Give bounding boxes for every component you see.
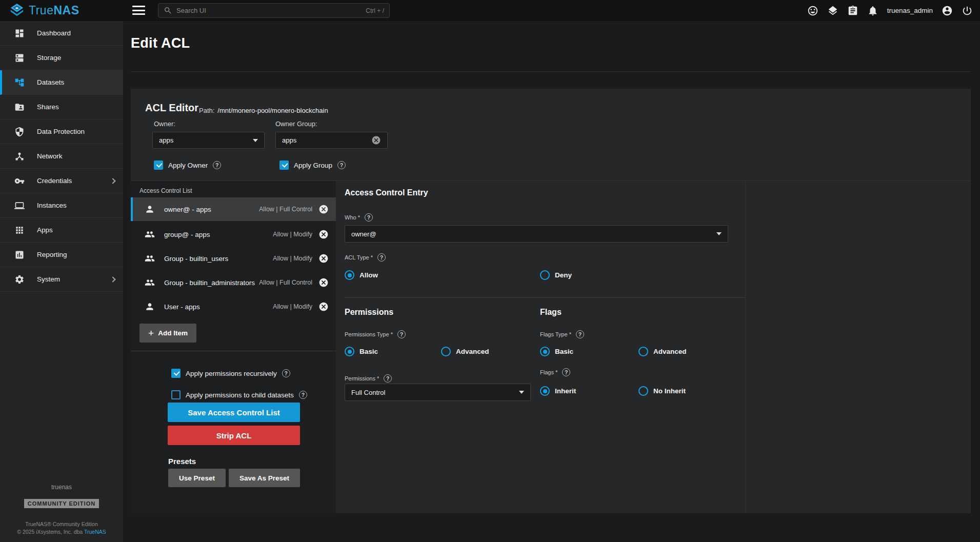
delete-entry-icon[interactable] [318,253,329,264]
chevron-down-icon [519,391,524,394]
dataset-path: Path:/mnt/monero-pool/monero-blockchain [199,107,328,114]
radio-icon [540,347,550,356]
search-shortcut-hint: Ctrl + / [366,7,384,14]
help-icon[interactable]: ? [377,253,386,262]
save-as-preset-button[interactable]: Save As Preset [229,469,300,487]
acl-list-panel: Access Control List owner@ - apps Allow … [131,181,336,513]
sidebar-item-dashboard[interactable]: Dashboard [0,21,123,46]
delete-entry-icon[interactable] [318,277,329,288]
ace-divider [345,297,745,298]
apply-recursively-checkbox[interactable] [171,369,181,378]
acl-entry-who: group@ - apps [164,231,210,238]
acl-entry-summary: Allow | Modify [273,255,312,262]
help-icon[interactable]: ? [562,368,570,376]
sidebar-item-network[interactable]: Network [0,144,123,169]
help-icon[interactable]: ? [365,213,373,222]
sidebar-item-apps[interactable]: Apps [0,218,123,243]
ace-right-divider [745,181,746,513]
add-item-button[interactable]: + Add Item [139,324,196,343]
use-preset-button[interactable]: Use Preset [168,469,226,487]
apply-to-children-row: Apply permissions to child datasets ? [171,390,307,399]
sidebar-footer: truenas COMMUNITY EDITION TrueNAS® Commu… [0,484,123,536]
strip-acl-button[interactable]: Strip ACL [168,426,300,445]
sidebar-item-shares[interactable]: Shares [0,95,123,119]
sidebar-item-datasets[interactable]: Datasets [0,70,123,95]
permissions-type-basic-radio[interactable]: Basic [345,347,378,356]
acl-entry-row[interactable]: Group - builtin_users Allow | Modify [131,247,336,270]
help-icon[interactable]: ? [397,330,406,338]
clear-input-icon[interactable] [371,135,381,145]
global-search[interactable]: Ctrl + / [158,3,390,18]
chevron-right-icon [110,276,115,282]
apply-owner-checkbox[interactable] [154,160,163,170]
search-input[interactable] [176,7,366,14]
help-icon[interactable]: ? [576,330,584,338]
help-icon[interactable]: ? [213,161,221,169]
sidebar-item-label: Shares [37,103,59,111]
acl-entry-row[interactable]: owner@ - apps Allow | Full Control [131,197,336,221]
sidebar-toggle-hamburger-icon[interactable] [132,6,145,15]
flags-inherit-radio[interactable]: Inherit [540,386,576,396]
truenas-logo[interactable]: TrueNAS [9,3,79,18]
help-icon[interactable]: ? [299,391,307,399]
sidebar-item-data-protection[interactable]: Data Protection [0,119,123,144]
delete-entry-icon[interactable] [318,229,329,239]
acl-entry-row[interactable]: Group - builtin_administrators Allow | F… [131,271,336,294]
person-icon [145,302,155,312]
apps-grid-icon [14,225,25,235]
help-icon[interactable]: ? [282,369,290,377]
sidebar-item-instances[interactable]: Instances [0,193,123,218]
group-icon [145,277,155,288]
main-content: Edit ACL ACL Editor Path:/mnt/monero-poo… [123,21,980,542]
acl-entry-row[interactable]: group@ - apps Allow | Modify [131,223,336,246]
sidebar-item-credentials[interactable]: Credentials [0,169,123,193]
acl-entry-row[interactable]: User - apps Allow | Modify [131,295,336,318]
gear-icon [14,274,25,285]
footer-truenas-link[interactable]: TrueNAS [84,529,106,535]
flags-type-basic-radio[interactable]: Basic [540,347,573,356]
sidebar-item-system[interactable]: System [0,267,123,292]
user-avatar-icon[interactable] [942,5,953,16]
help-icon[interactable]: ? [384,374,392,383]
apply-group-checkbox[interactable] [279,160,289,170]
storage-icon [14,53,25,63]
feedback-smiley-icon[interactable] [807,5,818,16]
permissions-title: Permissions [345,308,393,317]
footer-copyright-line: © 2025 iXsystems, Inc. dba TrueNAS [0,528,123,536]
save-acl-button[interactable]: Save Access Control List [168,403,300,422]
acl-entry-summary: Allow | Full Control [259,279,312,286]
flags-type-advanced-radio[interactable]: Advanced [638,347,687,356]
network-hub-icon [14,151,25,162]
flags-label: Flags *? [540,368,570,376]
permissions-select[interactable]: Full Control [345,384,531,401]
acl-type-allow-radio[interactable]: Allow [345,270,378,280]
acl-entry-summary: Allow | Modify [273,231,312,238]
delete-entry-icon[interactable] [318,302,329,312]
page-title: Edit ACL [131,35,190,51]
dashboard-icon [14,28,25,38]
apply-to-children-checkbox[interactable] [171,390,181,399]
flags-no-inherit-radio[interactable]: No Inherit [638,386,686,396]
permissions-type-advanced-radio[interactable]: Advanced [441,347,489,356]
sidebar-item-label: Credentials [37,177,72,185]
username-label: truenas_admin [887,7,933,14]
sidebar-item-storage[interactable]: Storage [0,46,123,70]
who-select[interactable]: owner@ [345,225,728,243]
sidebar-item-reporting[interactable]: Reporting [0,243,123,267]
plus-icon: + [148,328,154,338]
owner-select[interactable]: apps [152,132,265,149]
acl-type-deny-radio[interactable]: Deny [540,270,572,280]
apply-group-row: Apply Group ? [279,160,346,170]
sidebar-item-label: Reporting [37,251,67,258]
permissions-type-label: Permissions Type *? [345,330,406,338]
truecommand-layers-icon[interactable] [827,5,838,16]
delete-entry-icon[interactable] [318,204,329,214]
power-icon[interactable] [962,5,973,16]
sidebar-item-label: Data Protection [37,128,85,135]
help-icon[interactable]: ? [337,161,346,169]
owner-group-input[interactable]: apps [275,132,388,149]
title-divider [131,71,971,72]
jobs-clipboard-icon[interactable] [847,5,858,16]
alerts-bell-icon[interactable] [867,5,878,16]
flags-type-label: Flags Type *? [540,330,584,338]
